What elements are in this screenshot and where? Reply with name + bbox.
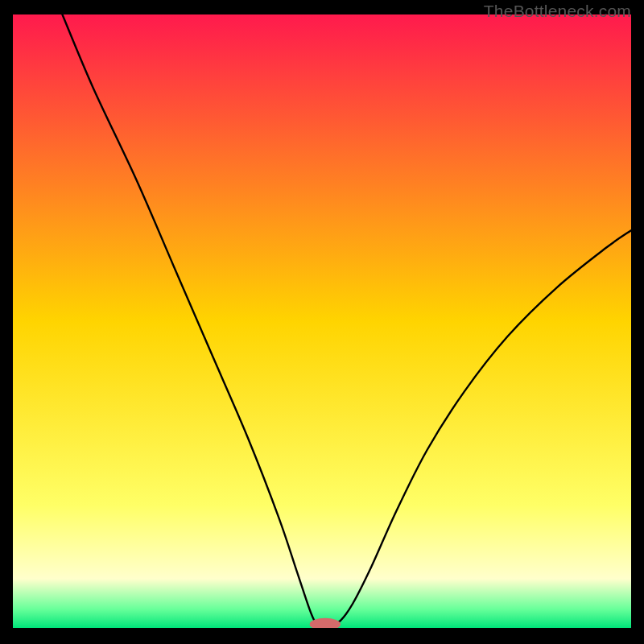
- chart-plot-area: [13, 14, 631, 628]
- watermark-text: TheBottleneck.com: [484, 2, 631, 21]
- chart-background: [13, 14, 631, 628]
- chart-svg: [13, 14, 631, 628]
